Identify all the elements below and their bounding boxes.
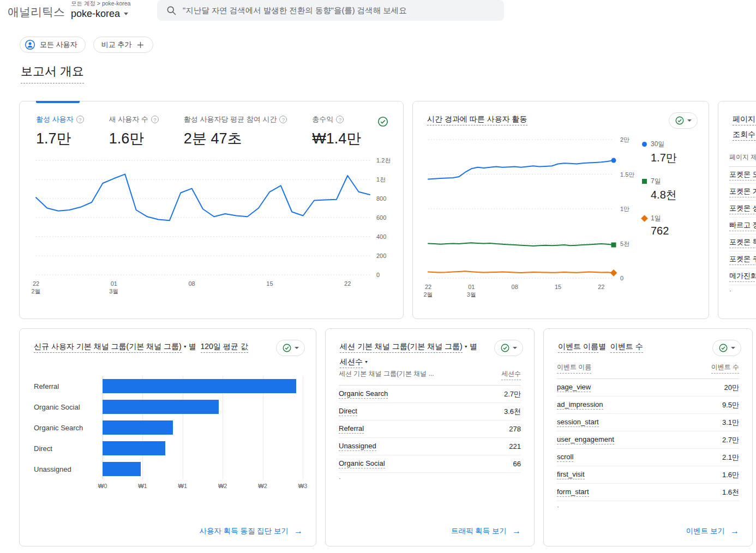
bar-track xyxy=(103,438,303,459)
svg-text:22: 22 xyxy=(344,280,351,287)
help-icon[interactable]: ? xyxy=(151,116,159,123)
dimension-name[interactable]: 신규 사용자 기본 채널 그룹(기본 채널 그룹) xyxy=(34,342,182,353)
x-tick-label: ₩2 xyxy=(258,483,267,489)
table-row: Organic Social66 xyxy=(339,455,521,473)
metric[interactable]: 활성 사용자당 평균 참여 시간?2분 47초 xyxy=(184,115,287,148)
dimension-value: scroll xyxy=(557,453,573,462)
help-icon[interactable]: ? xyxy=(76,116,84,123)
carousel-indicator xyxy=(36,101,80,103)
dimension-name[interactable]: 세션 기본 채널 그룹(기본 채널 그룹) xyxy=(340,342,463,353)
account-name: poke-korea xyxy=(71,8,120,20)
x-tick-label: ₩3 xyxy=(298,483,308,489)
page-title-value: 포켓몬 상 xyxy=(729,203,756,214)
table-row: form_start1.6천 xyxy=(557,484,739,501)
svg-text:1천: 1천 xyxy=(376,176,386,183)
table-row: session_start3.1만 xyxy=(557,414,739,431)
metric-name[interactable]: 이벤트 수 xyxy=(610,342,643,353)
more-indicator: · xyxy=(729,287,756,294)
dropdown-caret-icon[interactable]: ▼ xyxy=(464,345,468,348)
svg-text:2월: 2월 xyxy=(423,291,433,298)
svg-text:01: 01 xyxy=(468,284,475,290)
legend-entry: 1일762 xyxy=(642,214,694,237)
bar-track xyxy=(103,459,303,479)
help-icon[interactable]: ? xyxy=(336,116,344,123)
metric-value: 2분 47초 xyxy=(184,129,287,148)
x-tick-label: ₩1 xyxy=(178,483,188,489)
check-badge-icon xyxy=(675,116,685,125)
metric-label: 활성 사용자당 평균 참여 시간? xyxy=(184,115,287,124)
svg-text:600: 600 xyxy=(376,214,386,221)
page-title-value: 포켓몬 특 xyxy=(729,237,756,248)
legend-period: 1일 xyxy=(651,214,661,223)
column-header: 세션수 xyxy=(501,369,521,380)
legend-label: 1일 xyxy=(642,214,694,223)
svg-text:08: 08 xyxy=(512,284,518,290)
card-title: 페이지 제 조회수 xyxy=(733,113,756,144)
events-card: 이벤트 이름별 이벤트 수 이벤트 이름 이벤트 수 page_view20만a… xyxy=(543,328,753,546)
all-users-chip[interactable]: 모든 사용자 xyxy=(20,37,86,53)
dropdown-caret-icon[interactable]: ▼ xyxy=(183,345,187,348)
metric-value: 1.6만 xyxy=(722,470,739,480)
legend-label: 7일 xyxy=(642,177,694,186)
chevron-down-icon xyxy=(687,119,692,122)
insight-status-dropdown[interactable] xyxy=(276,340,305,356)
account-switcher[interactable]: 모든 계정 > poke-korea poke-korea xyxy=(71,0,130,20)
table-row: ad_impression9.5만 xyxy=(557,396,739,414)
arrow-right-icon: → xyxy=(294,526,303,536)
legend-period: 30일 xyxy=(651,140,664,149)
svg-text:800: 800 xyxy=(376,195,386,202)
search-bar[interactable] xyxy=(157,0,504,21)
bar xyxy=(103,400,219,414)
bar-track xyxy=(103,396,303,417)
app-logo[interactable]: 애널리틱스 xyxy=(8,4,65,20)
add-comparison-chip[interactable]: 비교 추가 xyxy=(93,37,154,53)
column-header: 이벤트 이름 xyxy=(557,363,591,374)
metric[interactable]: 활성 사용자?1.7만 xyxy=(36,115,84,148)
chevron-down-icon xyxy=(295,347,299,349)
dimension-name[interactable]: 이벤트 이름 xyxy=(558,342,598,353)
column-header: 이벤트 수 xyxy=(711,363,739,374)
svg-text:08: 08 xyxy=(188,280,195,287)
metric-name[interactable]: 세션수 xyxy=(340,357,363,368)
dimension-value: session_start xyxy=(557,418,599,427)
bar-track xyxy=(103,417,303,438)
table-row: 포켓몬 도 xyxy=(729,167,756,184)
metric-label: 활성 사용자? xyxy=(36,115,84,124)
search-input[interactable] xyxy=(183,6,495,15)
category-label: Direct xyxy=(34,444,103,453)
legend-entry: 7일4.8천 xyxy=(642,177,694,202)
card-title: 이벤트 이름별 이벤트 수 xyxy=(558,341,709,352)
insight-status-dropdown[interactable] xyxy=(494,340,523,356)
legend-label: 30일 xyxy=(642,140,694,149)
insight-status-dropdown[interactable] xyxy=(712,340,741,356)
card-footer: 이벤트 보기 → xyxy=(544,516,752,546)
table-row: Direct3.6천 xyxy=(339,403,521,420)
circle-marker-icon xyxy=(642,142,647,147)
svg-text:22: 22 xyxy=(33,280,39,287)
legend-value: 762 xyxy=(642,225,694,237)
check-badge-icon[interactable] xyxy=(377,116,389,128)
svg-text:1.2천: 1.2천 xyxy=(376,157,391,164)
page-title-value: 메가진화 xyxy=(729,271,756,282)
bar xyxy=(103,462,141,476)
card-title: 시간 경과에 따른 사용자 활동 xyxy=(427,113,654,125)
page-title-value: 포켓몬 기 xyxy=(729,187,756,197)
view-traffic-acquisition-link[interactable]: 트래픽 획득 보기 → xyxy=(451,526,521,536)
dropdown-caret-icon[interactable]: ▼ xyxy=(364,360,368,364)
insight-status-dropdown[interactable] xyxy=(669,112,698,129)
view-user-acquisition-link[interactable]: 사용자 획득 동질 집단 보기 → xyxy=(199,526,303,536)
metric-value: 2.7만 xyxy=(504,389,521,399)
metric[interactable]: 새 사용자 수?1.6만 xyxy=(109,115,159,148)
table-row: first_visit1.6만 xyxy=(557,466,739,484)
metric[interactable]: 총수익?₩1.4만 xyxy=(312,115,361,148)
table-row: Organic Search2.7만 xyxy=(339,386,521,403)
page-title-text: 보고서 개요 xyxy=(21,64,84,83)
metric-value: 3.6천 xyxy=(504,407,521,417)
view-events-link[interactable]: 이벤트 보기 → xyxy=(686,526,739,536)
bar-row: Unassigned xyxy=(34,459,303,479)
table-row: 포켓몬 상 xyxy=(729,201,756,218)
svg-text:2월: 2월 xyxy=(31,288,40,294)
help-icon[interactable]: ? xyxy=(279,116,287,123)
metric-label: 총수익? xyxy=(312,115,361,124)
legend-value: 4.8천 xyxy=(642,188,694,202)
